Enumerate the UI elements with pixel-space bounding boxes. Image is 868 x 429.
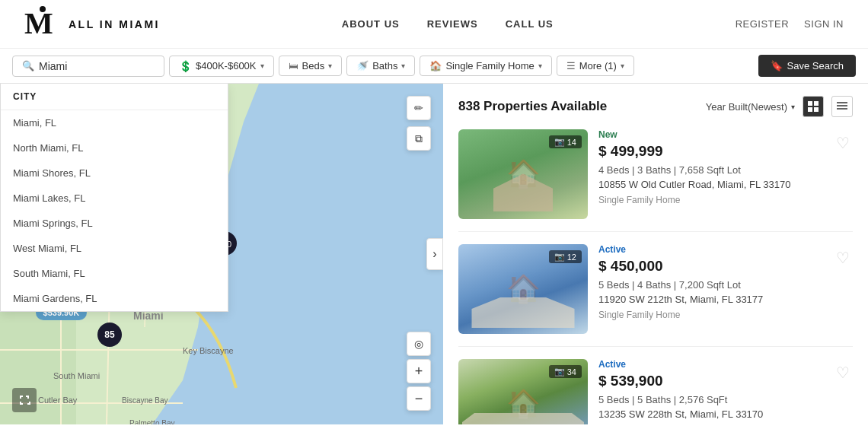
- property-info: New $ 499,999 4 Beds | 3 Baths | 7,658 S…: [598, 129, 853, 219]
- photo-count-badge: 📷 34: [549, 365, 582, 378]
- property-image[interactable]: 🏠 📷 14: [458, 129, 588, 219]
- view-toggle-list[interactable]: [803, 96, 824, 117]
- results-controls: Year Built(Newest) ▾: [706, 96, 853, 117]
- logo[interactable]: M ALL IN MIAMI: [24, 5, 160, 43]
- map-marker-85[interactable]: 85: [97, 323, 122, 347]
- save-search-label: Save Search: [787, 60, 844, 72]
- right-panel: 838 Properties Available Year Built(Newe…: [443, 84, 868, 424]
- property-status: Active: [598, 359, 853, 370]
- map-locate-btn[interactable]: ◎: [407, 332, 431, 356]
- property-price: $ 450,000: [598, 258, 853, 275]
- more-filter-btn[interactable]: ☰ More (1) ▾: [557, 56, 634, 76]
- baths-chevron-icon: ▾: [401, 62, 405, 70]
- property-image[interactable]: 🏠 📷 12: [458, 244, 588, 334]
- camera-icon: 📷: [554, 252, 565, 262]
- nav-reviews[interactable]: REVIEWS: [427, 18, 478, 30]
- svg-text:Biscayne Bay: Biscayne Bay: [122, 396, 168, 405]
- svg-point-1: [40, 6, 46, 12]
- home-icon: 🏠: [429, 60, 442, 72]
- header: M ALL IN MIAMI ABOUT US REVIEWS CALL US …: [0, 0, 868, 49]
- search-input[interactable]: [39, 60, 145, 72]
- property-image[interactable]: 🏠 📷 34: [458, 359, 588, 424]
- more-chevron-icon: ▾: [621, 62, 624, 70]
- beds-chevron-icon: ▾: [328, 62, 332, 70]
- property-status: New: [598, 129, 853, 140]
- property-price: $ 539,900: [598, 373, 853, 389]
- bath-icon: 🚿: [356, 60, 369, 72]
- map-expand-btn[interactable]: ›: [426, 238, 443, 270]
- property-address: 10855 W Old Cutler Road, Miami, FL 33170: [598, 179, 853, 190]
- sign-in-link[interactable]: SIGN IN: [804, 18, 844, 30]
- more-icon: ☰: [566, 60, 576, 72]
- baths-filter-btn[interactable]: 🚿 Baths ▾: [346, 56, 415, 76]
- bed-icon: 🛏: [289, 60, 298, 72]
- svg-rect-36: [837, 102, 847, 103]
- camera-icon: 📷: [554, 137, 565, 147]
- svg-rect-38: [837, 108, 847, 110]
- property-status: Active: [598, 244, 853, 255]
- svg-rect-37: [837, 105, 847, 106]
- price-chevron-icon: ▾: [260, 62, 264, 70]
- favorite-btn[interactable]: ♡: [836, 134, 850, 152]
- map-edit-btn[interactable]: ✏: [407, 96, 431, 120]
- list-item[interactable]: North Miami, FL: [1, 135, 228, 160]
- left-panel: City Miami, FL North Miami, FL Miami Sho…: [0, 84, 443, 424]
- property-card: 🏠 📷 12 Active $ 450,000 5 Beds | 4 Baths…: [458, 244, 853, 347]
- property-type: Single Family Home: [598, 310, 853, 320]
- favorite-btn[interactable]: ♡: [836, 249, 850, 267]
- property-details: 5 Beds | 5 Baths | 2,576 SqFt: [598, 394, 853, 405]
- results-header: 838 Properties Available Year Built(Newe…: [458, 96, 853, 117]
- main-content: City Miami, FL North Miami, FL Miami Sho…: [0, 84, 868, 424]
- svg-rect-35: [814, 107, 819, 112]
- list-item[interactable]: Miami Shores, FL: [1, 160, 228, 186]
- property-price: $ 499,999: [598, 143, 853, 160]
- sort-chevron-icon: ▾: [791, 103, 795, 111]
- beds-filter-btn[interactable]: 🛏 Beds ▾: [279, 56, 343, 76]
- property-card: 🏠 📷 34 Active $ 539,900 5 Beds | 5 Baths…: [458, 359, 853, 424]
- list-item[interactable]: West Miami, FL: [1, 236, 228, 261]
- register-link[interactable]: REGISTER: [736, 18, 789, 30]
- property-info: Active $ 539,900 5 Beds | 5 Baths | 2,57…: [598, 359, 853, 424]
- sort-label: Year Built(Newest): [706, 101, 787, 113]
- map-fullscreen-btn[interactable]: [12, 388, 37, 412]
- bookmark-icon: 🔖: [771, 60, 783, 72]
- list-item[interactable]: Miami Gardens, FL: [1, 286, 228, 311]
- baths-label: Baths: [372, 60, 397, 72]
- save-search-btn[interactable]: 🔖 Save Search: [758, 55, 856, 77]
- property-details: 5 Beds | 4 Baths | 7,200 Sqft Lot: [598, 279, 853, 291]
- list-item[interactable]: Miami, FL: [1, 110, 228, 135]
- search-icon: 🔍: [22, 60, 34, 72]
- logo-symbol: M: [24, 5, 61, 43]
- property-details: 4 Beds | 3 Baths | 7,658 Sqft Lot: [598, 164, 853, 176]
- list-item[interactable]: Miami Springs, FL: [1, 211, 228, 236]
- svg-rect-33: [814, 101, 819, 106]
- photo-count-badge: 📷 12: [549, 250, 582, 263]
- search-bar: 🔍 💲 $400K-$600K ▾ 🛏 Beds ▾ 🚿 Baths ▾ 🏠 S…: [0, 49, 868, 84]
- nav-about[interactable]: ABOUT US: [342, 18, 400, 30]
- map-zoom-in-btn[interactable]: +: [407, 359, 431, 383]
- search-input-wrap[interactable]: 🔍: [12, 56, 164, 77]
- property-address: 11920 SW 212th St, Miami, FL 33177: [598, 294, 853, 305]
- sort-dropdown[interactable]: Year Built(Newest) ▾: [706, 101, 795, 113]
- view-toggle-grid[interactable]: [831, 96, 853, 117]
- city-dropdown-header: City: [1, 84, 228, 110]
- nav-call[interactable]: CALL US: [506, 18, 554, 30]
- svg-text:M: M: [24, 6, 53, 38]
- home-type-filter-btn[interactable]: 🏠 Single Family Home ▾: [420, 56, 551, 76]
- map-layer-btn[interactable]: ⧉: [407, 126, 431, 151]
- camera-icon: 📷: [554, 367, 565, 377]
- price-filter-btn[interactable]: 💲 $400K-$600K ▾: [169, 56, 274, 77]
- main-nav: ABOUT US REVIEWS CALL US: [342, 18, 554, 30]
- photo-count-badge: 📷 14: [549, 135, 582, 148]
- home-type-label: Single Family Home: [445, 60, 534, 72]
- list-item[interactable]: Miami Lakes, FL: [1, 186, 228, 211]
- more-label: More (1): [579, 60, 617, 72]
- results-count: 838 Properties Available: [458, 99, 607, 114]
- map-zoom-out-btn[interactable]: −: [407, 386, 431, 411]
- city-dropdown: City Miami, FL North Miami, FL Miami Sho…: [0, 84, 228, 312]
- list-item[interactable]: South Miami, FL: [1, 261, 228, 286]
- favorite-btn[interactable]: ♡: [836, 364, 850, 382]
- property-type: Single Family Home: [598, 195, 853, 205]
- header-actions: REGISTER SIGN IN: [736, 18, 844, 30]
- beds-label: Beds: [302, 60, 325, 72]
